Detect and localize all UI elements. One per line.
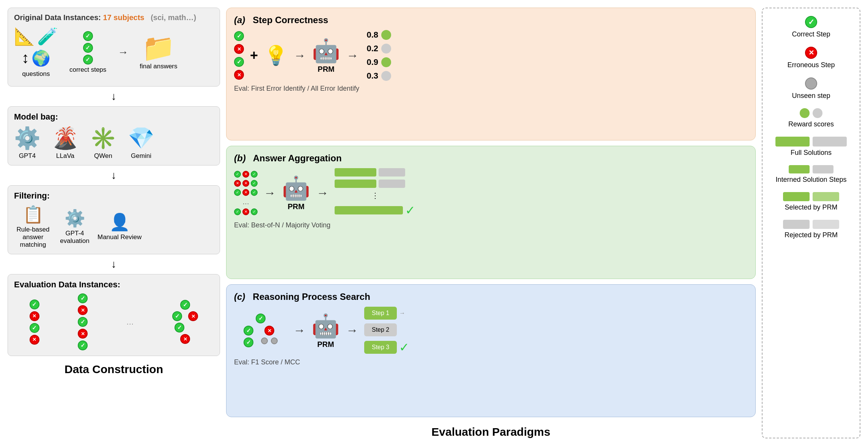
sol-row-1 xyxy=(335,168,415,177)
tree-root: ✓ xyxy=(256,314,266,323)
lightbulb-icon: 💡 xyxy=(264,44,288,66)
flow-arrow-b2: → xyxy=(316,186,329,200)
qwen-group: ✳️ QWen xyxy=(90,126,116,160)
paradigm-c-label: (c) xyxy=(234,292,245,302)
c1-s2: ✕ xyxy=(30,311,39,321)
score-val-4: 0.3 xyxy=(365,71,378,81)
legend-reward-label: Reward scores xyxy=(788,120,834,128)
score-val-3: 0.9 xyxy=(365,57,378,67)
qwen-label: QWen xyxy=(94,152,112,160)
bcl-2: ✕ xyxy=(242,208,249,215)
tree-l2: ✓ xyxy=(244,337,253,347)
flask-icon: 🧪 xyxy=(37,27,58,46)
paradigm-a-eval: Eval: First Error Identify / All Error I… xyxy=(234,85,748,93)
data-construction-title: Data Construction xyxy=(8,363,220,376)
legend-interned-label: Interned Solution Steps xyxy=(775,176,846,184)
legend-unseen-label: Unseen step xyxy=(792,92,830,100)
arrow-right-1: → xyxy=(118,47,128,58)
score-dot-4 xyxy=(381,71,391,81)
paradigm-a-name: Step Correctness xyxy=(253,15,328,25)
path-row-3: Step 3 ✓ xyxy=(364,340,409,355)
legend-dim-dot xyxy=(813,108,822,118)
subjects-count: 17 subjects xyxy=(103,13,145,22)
sol-gray-2 xyxy=(379,180,405,188)
filter-section: Filtering: 📋 Rule-based answer matching … xyxy=(8,185,220,254)
b-chain-2: ✕ ✕ ✓ xyxy=(234,180,258,187)
score-row-2: 0.2 xyxy=(365,44,391,54)
manual-review-group: 👤 Manual Review xyxy=(97,212,142,241)
paradigm-b-content: ✓ ✕ ✓ ✕ ✕ ✓ ✓ ✕ ✓ … xyxy=(234,168,748,217)
llava-label: LLaVa xyxy=(56,152,74,160)
c3-lr: ✕ xyxy=(180,334,190,344)
gpt4-eval-group: ⚙️ GPT-4 evaluation xyxy=(60,208,90,245)
c2-s3: ✓ xyxy=(78,317,88,327)
filter-title: Filtering: xyxy=(14,191,214,201)
check-1: ✓ xyxy=(83,31,93,41)
score-val-1: 0.8 xyxy=(365,30,378,40)
final-answers-group: 📁 final answers xyxy=(140,35,177,70)
c1-s3: ✓ xyxy=(30,323,39,333)
sol-dots: ⋮ xyxy=(335,191,415,200)
sol-green-1 xyxy=(335,168,376,177)
chain-3: ✓ ✓ ✕ ✓ ✕ xyxy=(172,300,198,344)
gemini-icon: 💎 xyxy=(128,126,154,151)
legend-erroneous-label: Erroneous Step xyxy=(787,61,835,69)
bc2-1: ✕ xyxy=(234,180,241,187)
scores-col: 0.8 0.2 0.9 0.3 xyxy=(365,30,391,81)
tree-gr2 xyxy=(271,337,278,344)
gpt4-eval-label: GPT-4 evaluation xyxy=(60,230,90,245)
subjects-detail: (sci, math…) xyxy=(151,13,196,22)
arrows-icon: ↕ xyxy=(22,49,29,67)
legend-interned-green xyxy=(789,165,810,173)
check-2: ✓ xyxy=(83,43,93,53)
legend-rejected-gray1 xyxy=(783,220,810,229)
eval-chains-row: ✓ ✕ ✓ ✕ ✓ ✕ ✓ ✕ ✓ … ✓ ✓ xyxy=(14,293,214,350)
solutions-col: ⋮ ✓ xyxy=(335,168,415,217)
questions-icon-group: 📐 🧪 ↕ 🌍 questions xyxy=(14,27,58,78)
tree-r1: ✕ xyxy=(264,326,274,336)
gpt4-group: ⚙️ GPT4 xyxy=(14,126,41,160)
legend-selected-prm: Selected by PRM xyxy=(769,192,853,211)
c2-s5: ✓ xyxy=(78,340,88,350)
flow-arrow-b1: → xyxy=(264,186,276,200)
sol-row-2 xyxy=(335,180,415,188)
legend-rejected-gray2 xyxy=(813,220,839,229)
globe-icon: 🌍 xyxy=(31,49,50,67)
gemini-group: 💎 Gemini xyxy=(128,126,154,160)
c3-left: ✓ xyxy=(172,311,182,321)
path-selected-2: Step 3 xyxy=(364,341,397,354)
legend-selected-green xyxy=(783,192,810,201)
arrow-down-2: ↓ xyxy=(8,169,220,181)
legend-panel: ✓ Correct Step ✕ Erroneous Step Unseen s… xyxy=(762,8,860,438)
c3-right: ✕ xyxy=(188,311,198,321)
gpt4-label: GPT4 xyxy=(19,152,36,160)
prm-label-c: PRM xyxy=(317,340,334,349)
flow-arrow-c2: → xyxy=(346,323,358,337)
sol-row-last: ✓ xyxy=(335,203,415,217)
checkmark-b: ✓ xyxy=(405,203,415,217)
paradigm-b-box: (b) Answer Aggregation ✓ ✕ ✓ ✕ ✕ ✓ xyxy=(226,146,756,279)
rule-based-label: Rule-based answer matching xyxy=(14,226,52,249)
score-dot-3 xyxy=(381,57,391,67)
prm-robot-c: 🤖 PRM xyxy=(311,312,340,349)
paradigm-c-content: ✓ ✓ ✓ ✕ xyxy=(234,307,748,355)
eval-data-section: Evaluation Data Instances: ✓ ✕ ✓ ✕ ✓ ✕ ✓… xyxy=(8,274,220,356)
legend-rejected-label: Rejected by PRM xyxy=(785,231,838,239)
check-col: ✓ ✓ ✓ xyxy=(83,31,93,65)
b-chain-1: ✓ ✕ ✓ xyxy=(234,171,258,178)
orig-data-label: Original Data Instances: xyxy=(14,13,101,22)
legend-full-green xyxy=(775,137,810,147)
prm-label-a: PRM xyxy=(318,65,334,74)
bc2-3: ✓ xyxy=(251,180,258,187)
correct-steps-label: correct steps xyxy=(69,66,106,74)
sol-green-2 xyxy=(335,180,376,188)
original-data-section: Original Data Instances: 17 subjects (sc… xyxy=(8,8,220,87)
tree-l1: ✓ xyxy=(244,326,253,336)
paradigm-b-label: (b) xyxy=(234,153,246,163)
main-container: Original Data Instances: 17 subjects (sc… xyxy=(0,0,868,446)
flow-arrow-c1: → xyxy=(293,323,305,337)
paradigm-b-eval: Eval: Best-of-N / Majority Voting xyxy=(234,221,748,229)
dots: … xyxy=(126,318,134,326)
flow-arrow-a1: → xyxy=(294,49,306,63)
c2-s2: ✕ xyxy=(78,305,88,315)
